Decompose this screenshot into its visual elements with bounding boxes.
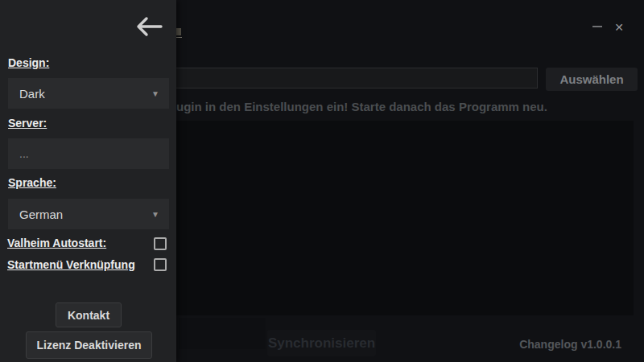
chevron-down-icon: ▼ (151, 89, 159, 98)
arrow-left-icon (134, 28, 163, 40)
language-select[interactable]: German ▼ (8, 199, 169, 229)
synchronize-button[interactable]: Synchronisieren (267, 330, 376, 356)
server-input-value: ... (19, 147, 29, 160)
design-select-value: Dark (19, 87, 45, 101)
server-input[interactable]: ... (8, 138, 169, 169)
contact-button[interactable]: Kontakt (56, 302, 122, 327)
minimize-button[interactable] (592, 26, 602, 27)
file-path-input[interactable] (129, 68, 538, 88)
settings-notice-text: ugin in den Einstellungen ein! Starte da… (176, 100, 547, 113)
valheim-autostart-checkbox[interactable] (154, 237, 167, 250)
design-label: Design: (8, 56, 49, 69)
design-select[interactable]: Dark ▼ (8, 78, 169, 109)
server-label: Server: (8, 117, 47, 130)
chevron-down-icon: ▼ (151, 210, 159, 219)
window-title-fragment (176, 28, 181, 35)
mod-list-panel (129, 121, 634, 315)
close-button[interactable]: ✕ (612, 20, 626, 35)
startmenu-shortcut-label: Startmenü Verknüpfung (7, 258, 135, 271)
startmenu-shortcut-checkbox[interactable] (154, 258, 167, 271)
changelog-version-label[interactable]: Changelog v1.0.0.1 (519, 338, 621, 351)
window-title-underline (176, 37, 182, 38)
choose-file-button[interactable]: Auswählen (546, 68, 638, 91)
language-label: Sprache: (8, 176, 56, 189)
settings-sidebar: Design: Dark ▼ Server: ... Sprache: Germ… (0, 0, 176, 362)
valheim-autostart-label: Valheim Autostart: (7, 237, 106, 249)
back-button[interactable] (134, 14, 164, 40)
deactivate-license-button[interactable]: Lizenz Deaktivieren (26, 331, 152, 359)
partially-hidden-button[interactable] (179, 318, 266, 349)
language-select-value: German (19, 208, 63, 221)
